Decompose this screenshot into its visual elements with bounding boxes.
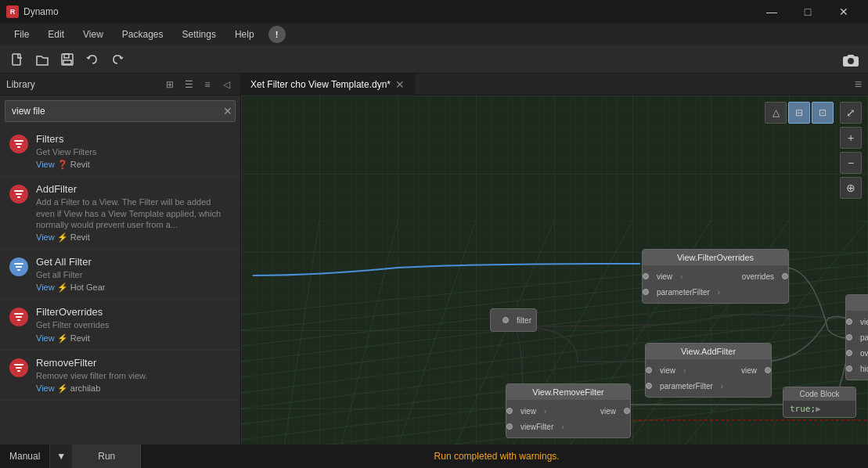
node-filteroverrides-header: View.FilterOverrides <box>643 250 788 265</box>
node-removefilter[interactable]: View.RemoveFilter view › view <box>506 383 631 438</box>
addfilter-paramfilter-in: parameterFilter › <box>646 382 723 391</box>
run-mode-label: Manual <box>0 445 50 468</box>
filteroverrides-paramfilter-in: parameterFilter › <box>643 288 720 297</box>
fit-button[interactable]: ⊕ <box>840 177 862 199</box>
filters-view-link[interactable]: View <box>36 160 55 169</box>
sidebar-tree-icon[interactable]: ≡ <box>200 77 215 92</box>
maximize-button[interactable]: □ <box>790 0 826 23</box>
node-setfilteroverrides[interactable]: View.SetFilterOverrides view › view <box>845 294 868 380</box>
canvas-area: Xet Filter cho View Template.dyn* ✕ ≡ <box>241 74 868 445</box>
result-addfilter-links: View ⚡ Revit <box>36 232 231 243</box>
menubar: File Edit View Packages Settings Help ! <box>0 23 868 45</box>
result-getallfilter-links: View ⚡ Hot Gear <box>36 283 231 293</box>
sidebar-title: Library <box>6 79 159 90</box>
app-logo: R <box>6 5 19 18</box>
addfilter-view-link[interactable]: View <box>36 232 55 242</box>
main-area: Library ⊞ ☰ ≡ ◁ ✕ Filters Get View Filte… <box>0 74 868 445</box>
removefilter-icon <box>9 358 28 377</box>
search-box: ✕ <box>5 100 236 122</box>
titlebar: R Dynamo — □ ✕ <box>0 0 868 23</box>
filter-port-dot <box>502 317 509 323</box>
redo-button[interactable] <box>106 49 128 70</box>
zoom-out-button[interactable]: − <box>840 152 862 174</box>
view-2d-button[interactable]: ⊟ <box>788 102 810 124</box>
sidebar-collapse-icon[interactable]: ◁ <box>218 77 234 92</box>
tab-bar: Xet Filter cho View Template.dyn* ✕ ≡ <box>241 74 868 95</box>
addfilter-icon <box>9 185 28 203</box>
canvas[interactable]: filter View.FilterOverrides view › <box>241 95 868 445</box>
run-button[interactable]: Run <box>73 445 141 468</box>
minimize-button[interactable]: — <box>754 0 790 23</box>
result-addfilter-name: AddFilter <box>36 183 231 195</box>
node-addfilter[interactable]: View.AddFilter view › view <box>645 343 772 398</box>
sidebar-header: Library ⊞ ☰ ≡ ◁ <box>0 74 240 95</box>
toolbar <box>0 45 868 74</box>
menu-packages[interactable]: Packages <box>114 26 171 43</box>
removefilter-view-out: view <box>596 407 630 416</box>
statusbar: Manual ▼ Run Run completed with warnings… <box>0 445 868 468</box>
node-filteroverrides[interactable]: View.FilterOverrides view › overrides <box>642 249 789 304</box>
view-3d-button[interactable]: △ <box>765 102 787 124</box>
zoom-in-button[interactable]: + <box>840 127 862 149</box>
result-removefilter[interactable]: RemoveFilter Remove view filter from vie… <box>0 351 240 401</box>
result-filters-links: View ❓ Revit <box>36 160 231 170</box>
view-split-button[interactable]: ⊡ <box>812 102 834 124</box>
run-mode-dropdown[interactable]: ▼ <box>50 445 73 468</box>
sidebar-list-icon[interactable]: ☰ <box>181 77 196 92</box>
titlebar-controls: — □ ✕ <box>754 0 862 23</box>
result-getallfilter-desc: Get all Filter <box>36 269 231 280</box>
result-getallfilter[interactable]: Get All Filter Get all Filter View ⚡ Hot… <box>0 250 240 300</box>
menu-view[interactable]: View <box>75 26 111 43</box>
search-input[interactable] <box>5 100 236 122</box>
camera-button[interactable] <box>840 49 862 70</box>
save-button[interactable] <box>56 49 78 70</box>
result-filters-desc: Get View Filters <box>36 146 231 157</box>
result-removefilter-links: View ⚡ archilab <box>36 383 231 394</box>
new-button[interactable] <box>6 49 28 70</box>
node-filter-input[interactable]: filter <box>490 308 537 332</box>
menu-help[interactable]: Help <box>227 26 262 43</box>
result-removefilter-desc: Remove view filter from view. <box>36 370 231 381</box>
menu-edit[interactable]: Edit <box>40 26 72 43</box>
removefilter-viewfilter-in: viewFilter › <box>506 423 564 431</box>
svg-rect-9 <box>17 196 20 198</box>
sidebar-filter-icon[interactable]: ⊞ <box>162 77 178 92</box>
expand-button[interactable]: ⤢ <box>840 102 862 124</box>
filteroverrides-view-in: view › <box>643 272 683 281</box>
sidebar: Library ⊞ ☰ ≡ ◁ ✕ Filters Get View Filte… <box>0 74 241 445</box>
tab-menu-icon[interactable]: ≡ <box>848 77 868 92</box>
svg-rect-13 <box>14 313 23 315</box>
setfilteroverrides-paramfilter-in: parameterFilter › <box>846 333 868 342</box>
result-filters[interactable]: Filters Get View Filters View ❓ Revit <box>0 127 240 177</box>
undo-button[interactable] <box>81 49 103 70</box>
node-codeblock[interactable]: Code Block true;▶ <box>783 387 856 418</box>
setfilteroverrides-hide-in: hide › <box>846 365 868 373</box>
node-addfilter-header: View.AddFilter <box>646 344 771 359</box>
result-filters-name: Filters <box>36 133 231 145</box>
toolbar-right <box>840 49 862 70</box>
svg-rect-2 <box>64 54 69 58</box>
svg-rect-14 <box>16 316 22 318</box>
addfilter-view-in: view › <box>646 366 686 375</box>
menu-settings[interactable]: Settings <box>175 26 224 43</box>
result-addfilter[interactable]: AddFilter Add a Filter to a View. The Fi… <box>0 177 240 250</box>
getallfilter-view-link[interactable]: View <box>36 283 55 292</box>
menu-file[interactable]: File <box>6 26 37 43</box>
app-title: Dynamo <box>23 6 59 17</box>
removefilter-view-in: view › <box>506 407 546 416</box>
result-filteroverrides[interactable]: FilterOverrides Get Filter overrides Vie… <box>0 300 240 350</box>
setfilteroverrides-view-in: view › <box>846 318 868 326</box>
filteroverrides-view-link[interactable]: View <box>36 333 55 343</box>
run-mode: Manual ▼ Run <box>0 445 141 468</box>
removefilter-view-link[interactable]: View <box>36 383 55 393</box>
svg-rect-15 <box>17 319 20 321</box>
filteroverrides-overrides-out: overrides <box>737 272 788 281</box>
search-clear-button[interactable]: ✕ <box>223 105 232 117</box>
tab-main[interactable]: Xet Filter cho View Template.dyn* ✕ <box>241 74 415 95</box>
close-button[interactable]: ✕ <box>826 0 862 23</box>
open-button[interactable] <box>31 49 53 70</box>
help-icon-circle[interactable]: ! <box>268 26 286 43</box>
setfilteroverrides-overrides-in: overrides › <box>846 349 868 358</box>
tab-close-button[interactable]: ✕ <box>395 78 405 91</box>
svg-rect-11 <box>16 266 22 268</box>
